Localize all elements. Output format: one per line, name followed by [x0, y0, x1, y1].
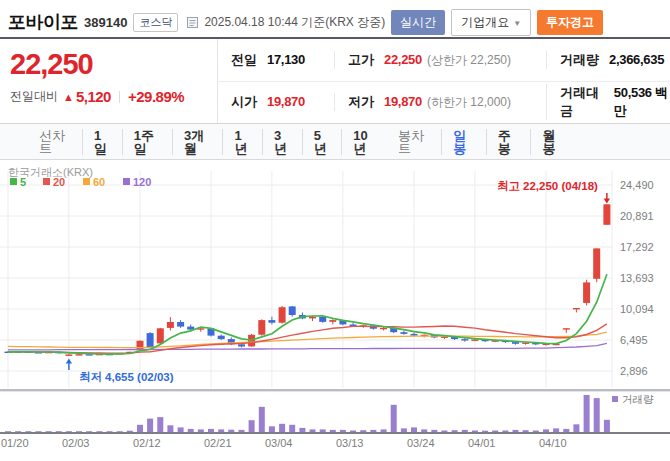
volume-bar: [279, 424, 285, 432]
range-button-1일[interactable]: 1일: [82, 129, 122, 155]
range-button-1주일[interactable]: 1주일: [122, 129, 172, 155]
volume-bar: [107, 431, 113, 432]
y-tick-label: 2,896: [620, 365, 648, 377]
prev-close-label: 전일: [231, 51, 257, 69]
pane-separator: [0, 389, 670, 391]
y-tick-label: 13,693: [620, 272, 654, 284]
volume-bars-layer: [5, 395, 610, 432]
candle: [411, 334, 418, 336]
range-button-3년[interactable]: 3년: [262, 129, 302, 155]
volume-bar: [391, 405, 397, 432]
ma-legend-swatch: [83, 178, 90, 185]
volume-bar: [360, 430, 366, 432]
trade-value-label: 거래대금: [560, 84, 604, 120]
low-annotation: 최저 4,655 (02/03): [79, 371, 174, 383]
company-overview-button[interactable]: 기업개요▼: [451, 9, 531, 36]
low-cell: 저가 19,870 (하한가 12,000): [334, 93, 546, 111]
report-icon[interactable]: [186, 16, 199, 29]
volume-bar: [381, 429, 387, 432]
ma5-line: [8, 274, 607, 354]
stock-code: 389140: [84, 15, 127, 30]
volume-bar: [289, 425, 295, 432]
volume-bar: [452, 430, 458, 432]
candle: [289, 306, 296, 315]
volume-value: 2,366,635: [609, 52, 664, 67]
stock-chart: 24,49020,89117,29213,69310,0946,4952,896…: [0, 160, 670, 461]
volume-bar: [330, 430, 336, 432]
range-button-1년[interactable]: 1년: [222, 129, 262, 155]
range-button-5년[interactable]: 5년: [302, 129, 342, 155]
volume-bar: [594, 398, 600, 432]
prev-close-value: 17,130: [267, 52, 305, 67]
volume-bar: [137, 425, 143, 432]
candle-period-button-주봉[interactable]: 주봉: [486, 129, 531, 155]
candles-layer: [5, 204, 611, 356]
table-row: 시가 19,870 저가 19,870 (하한가 12,000) 거래대금 50…: [218, 82, 670, 124]
grid-layer: 24,49020,89117,29213,69310,0946,4952,896…: [0, 171, 654, 449]
volume-bar: [462, 430, 468, 432]
volume-cell: 거래량 2,366,635: [546, 51, 670, 69]
stock-name: 포바이포: [8, 10, 78, 34]
investment-warning-badge[interactable]: 투자경고: [537, 10, 603, 35]
candle-period-button-일봉[interactable]: 일봉: [441, 129, 486, 155]
high-annotation: 최고 22,250 (04/18): [497, 180, 598, 192]
volume-bar: [66, 431, 72, 432]
range-button-3개월[interactable]: 3개월: [172, 129, 222, 155]
volume-bar: [370, 430, 376, 432]
x-tick-label: 02/12: [133, 437, 161, 449]
volume-bar: [563, 429, 569, 432]
volume-bar: [320, 429, 326, 432]
up-arrow-icon: ▲: [63, 91, 74, 103]
volume-bar: [553, 428, 559, 432]
candle: [268, 320, 275, 323]
volume-bar: [46, 431, 52, 432]
high-cell: 고가 22,250 (상한가 22,250): [334, 51, 546, 69]
line-chart-label: 선차트: [28, 129, 82, 155]
candle: [593, 248, 600, 278]
volume-bar: [15, 431, 21, 432]
volume-bar: [573, 424, 579, 432]
volume-bar: [401, 428, 407, 432]
ma-legend-swatch: [123, 178, 130, 185]
x-axis-line: [0, 432, 670, 434]
candle-chart-label: 봉차트: [387, 129, 441, 155]
realtime-button[interactable]: 실시간: [391, 10, 445, 35]
y-tick-label: 6,495: [620, 334, 648, 346]
volume-bar: [5, 431, 11, 432]
down-arrow-icon: [604, 199, 610, 204]
volume-bar: [431, 430, 437, 432]
volume-bar: [604, 420, 610, 432]
candle-period-button-월봉[interactable]: 월봉: [530, 129, 575, 155]
candle: [147, 333, 154, 348]
volume-bar: [310, 429, 316, 432]
divider: [119, 91, 120, 103]
candle: [218, 336, 225, 339]
range-button-10년[interactable]: 10년: [341, 129, 387, 155]
candle: [238, 344, 245, 346]
candle: [563, 328, 570, 329]
volume-bar: [543, 429, 549, 432]
x-tick-label: 03/04: [265, 437, 293, 449]
candle: [279, 307, 286, 323]
volume-bar: [56, 431, 62, 432]
candle: [157, 328, 164, 343]
y-tick-label: 10,094: [620, 303, 654, 315]
ma-legend-label: 60: [93, 176, 105, 188]
volume-bar: [533, 431, 539, 433]
volume-label: 거래량: [560, 51, 599, 69]
chart-period-toolbar: 선차트 1일1주일3개월1년3년5년10년 봉차트 일봉주봉월봉: [0, 124, 670, 160]
volume-bar: [299, 428, 305, 432]
ma-legend-swatch: [43, 178, 50, 185]
candle: [258, 320, 265, 335]
candle: [329, 320, 336, 322]
volume-bar: [584, 395, 590, 432]
candle: [167, 322, 174, 328]
candle: [603, 204, 610, 225]
candle: [583, 282, 590, 303]
candle: [319, 317, 326, 322]
change-label: 전일대비: [10, 88, 58, 105]
ma-legend-swatch: [10, 178, 17, 185]
volume-bar: [441, 431, 447, 433]
volume-bar: [198, 429, 204, 432]
ma-legend-label: 120: [133, 176, 151, 188]
